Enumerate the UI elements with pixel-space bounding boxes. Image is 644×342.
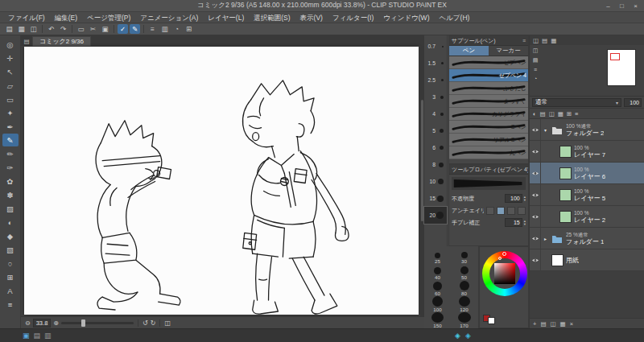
pen-input-icon[interactable]: ✎ [130, 24, 140, 34]
tool-pen[interactable]: ✎ [2, 134, 19, 146]
stabilization-value[interactable]: 15 [505, 218, 522, 227]
pen-list-item[interactable]: カリグラフィ [449, 108, 528, 121]
tool-ruler[interactable]: ≡ [2, 298, 19, 311]
antialias-strong-button[interactable] [518, 207, 526, 215]
pen-list-item[interactable]: Gペン [449, 121, 528, 134]
tool-pencil[interactable]: ✏ [2, 147, 19, 160]
page-icon[interactable]: ▤ [21, 36, 32, 46]
material-icon[interactable]: ▥ [159, 24, 170, 34]
command-icon[interactable] [40, 24, 44, 34]
tool-eyedropper[interactable]: ✒ [2, 120, 19, 133]
brush-size-preset[interactable]: 3 [424, 89, 447, 105]
maximize-button[interactable]: □ [615, 0, 629, 12]
brush-size-circle[interactable]: 170 [451, 312, 477, 328]
tool-frame[interactable]: ⊞ [2, 270, 19, 283]
minimize-button[interactable]: – [601, 0, 615, 12]
pen-list-item[interactable]: 丸ペン [449, 146, 528, 159]
brush-size-preset[interactable]: 0.7 [424, 38, 447, 55]
tool-layer-move[interactable]: ▱ [2, 79, 19, 92]
brush-size-preview[interactable] [452, 177, 526, 190]
brush-size-preset[interactable]: 15 [424, 190, 447, 207]
brush-size-preset[interactable]: 5 [424, 122, 447, 139]
brush-size-circle[interactable]: 150 [424, 312, 451, 328]
navigator-view-rect[interactable] [610, 53, 620, 60]
document-tab[interactable]: コミック2 9/36 [32, 36, 91, 46]
layers-toolbar-icon[interactable]: ▦ [558, 110, 564, 117]
brush-size-preset[interactable]: 6 [424, 139, 447, 156]
redo-icon[interactable]: ↷ [58, 24, 68, 34]
layers-bottom-icon[interactable]: ◫ [550, 320, 555, 328]
folder-expand-arrow[interactable] [543, 127, 548, 133]
tool-operate[interactable]: ↖ [2, 65, 19, 78]
stabilization-spinner[interactable]: ▴▾ [524, 220, 526, 226]
palette-tab-icon[interactable]: ▦ [551, 37, 556, 44]
pen-list-item[interactable]: ゼブペン 4 [449, 69, 528, 82]
レイヤー 7[interactable]: 100 % レイヤー 7 [530, 141, 644, 163]
open-icon[interactable]: ▦ [16, 24, 27, 34]
menu-item[interactable]: ファイル(F) [3, 12, 50, 23]
brush-size-preset[interactable]: 10 [424, 173, 447, 190]
status-icon[interactable]: ◈ [455, 332, 460, 340]
panel-menu-icon[interactable]: ≡ [522, 38, 526, 43]
subtool-tab-marker[interactable]: マーカー [489, 46, 528, 56]
layers-bottom-icon[interactable]: ▤ [540, 320, 546, 328]
tool-eraser[interactable]: ▨ [2, 202, 19, 215]
menu-item[interactable]: 表示(V) [295, 12, 328, 23]
navigator-thumbnail[interactable] [607, 49, 636, 86]
visibility-eye-icon[interactable] [530, 228, 541, 249]
zoom-in-icon[interactable]: ⊕ [53, 319, 59, 327]
tool-gradient[interactable]: ▧ [2, 243, 19, 256]
palette-tab-icon[interactable]: ▤ [542, 37, 547, 44]
hue-marker[interactable] [502, 252, 506, 256]
opacity-spinner[interactable]: ▴▾ [524, 196, 526, 202]
palette-tab-icon[interactable]: ◫ [533, 37, 539, 44]
tool-auto-select[interactable]: ✦ [2, 106, 19, 119]
sub-color-swatch[interactable] [488, 317, 495, 324]
menu-item[interactable]: ウィンドウ(W) [378, 12, 434, 23]
pen-list-item[interactable]: リアルGペン [449, 134, 528, 146]
brush-size-circle[interactable]: 40 [424, 264, 451, 280]
antialias-weak-button[interactable] [497, 207, 505, 215]
new-page-icon[interactable]: ▤ [4, 24, 14, 34]
tool-decoration[interactable]: ✽ [2, 188, 19, 201]
snap-toggle-icon[interactable]: ✓ [118, 24, 128, 34]
hue-ring[interactable] [482, 251, 527, 296]
layers-toolbar-icon[interactable]: ≡ [575, 110, 578, 117]
tool-text[interactable]: A [2, 284, 19, 297]
antialias-mid-button[interactable] [507, 207, 515, 215]
undo-icon[interactable]: ↶ [46, 24, 56, 34]
フォルダー 1[interactable]: 25 %通常 フォルダー 1 [530, 228, 644, 249]
用紙[interactable]: 用紙 [530, 249, 644, 271]
brush-size-circle[interactable]: 50 [451, 264, 477, 280]
command-icon[interactable] [112, 24, 116, 34]
menu-item[interactable]: ページ管理(P) [82, 12, 135, 23]
layers-toolbar-icon[interactable]: ◫ [549, 110, 555, 117]
tool-airbrush[interactable]: ✿ [2, 175, 19, 187]
navigator-icon[interactable]: ◫ [531, 47, 539, 54]
selection-icon[interactable]: ▭ [76, 24, 86, 34]
menu-item[interactable]: 選択範囲(S) [249, 12, 295, 23]
visibility-eye-icon[interactable] [530, 206, 541, 227]
brush-size-circle[interactable]: 120 [451, 296, 477, 312]
レイヤー 2[interactable]: 100 % レイヤー 2 [530, 206, 644, 228]
navigator-icon[interactable]: ≡ [531, 67, 539, 72]
paste-icon[interactable]: ▣ [100, 24, 110, 34]
menu-item[interactable]: 編集(E) [50, 12, 82, 23]
brush-size-preset[interactable]: 4 [424, 105, 447, 122]
visibility-eye-icon[interactable] [530, 141, 541, 162]
tool-figure[interactable]: ○ [2, 257, 19, 270]
tool-zoom[interactable]: ◎ [2, 38, 19, 51]
layers-bottom-icon[interactable]: × [570, 320, 573, 328]
opacity-value[interactable]: 100 [505, 194, 522, 203]
command-icon[interactable] [142, 24, 146, 34]
saturation-value-square[interactable] [494, 263, 515, 284]
brush-size-circle[interactable]: 80 [451, 280, 477, 296]
brush-size-circle[interactable]: 25 [424, 248, 451, 264]
canvas[interactable] [24, 47, 419, 315]
zoom-out-icon[interactable]: ⊖ [25, 319, 31, 327]
rotate-view-icon[interactable]: ◔ [171, 24, 182, 34]
menu-item[interactable]: フィルター(I) [328, 12, 378, 23]
tool-blend[interactable]: ◐ [2, 216, 19, 229]
blend-mode-select[interactable]: 通常 ▾ [532, 98, 621, 107]
tool-move[interactable]: ✛ [2, 52, 19, 64]
